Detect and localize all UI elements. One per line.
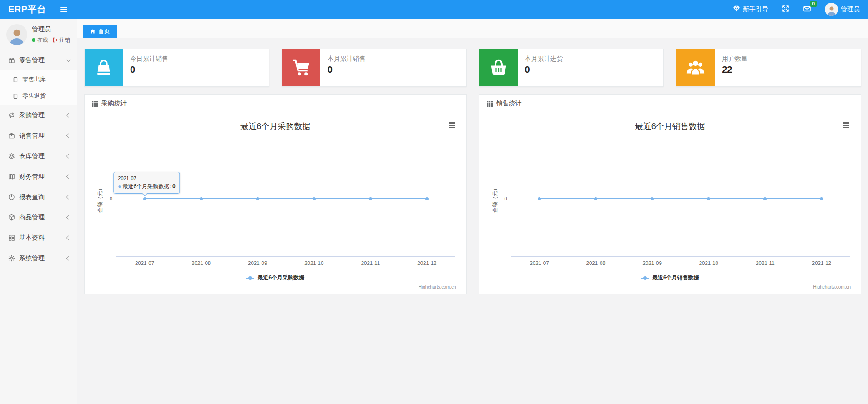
sidebar-item-retail-outbound[interactable]: 零售出库	[0, 71, 77, 88]
expand-icon	[782, 5, 789, 14]
y-axis-tick: 0	[504, 196, 507, 201]
tooltip-series: 最近6个月采购数据	[123, 183, 170, 190]
chevron-left-icon	[66, 236, 71, 240]
journal-icon	[12, 93, 18, 99]
data-point[interactable]	[538, 197, 541, 200]
grid-icon	[8, 234, 15, 241]
legend-item[interactable]: 最近6个月销售数据	[479, 274, 861, 282]
sales-stats-panel: 销售统计 最近6个月销售数据 金额（元） 0 2021-072021-08202…	[479, 94, 862, 294]
shopping-bag-icon	[94, 58, 113, 77]
guide-button[interactable]: 新手引导	[733, 5, 768, 14]
x-axis-label: 2021-11	[342, 260, 399, 266]
purchase-chart: 最近6个月采购数据 金额（元） 0 2021-07 ●最近6个月采购数据:	[85, 113, 466, 294]
legend-item[interactable]: 最近6个月采购数据	[85, 274, 466, 282]
plot-area: 0 2021-07 ●最近6个月采购数据: 0	[116, 141, 455, 257]
chart-menu-button[interactable]	[842, 121, 851, 130]
sidebar-item-purchase[interactable]: 采购管理	[0, 105, 77, 125]
panel-title: 采购统计	[101, 100, 127, 108]
data-point[interactable]	[651, 197, 654, 200]
data-point[interactable]	[763, 197, 767, 200]
online-status: 在线	[37, 36, 48, 44]
plot-area: 0	[511, 141, 850, 257]
data-point[interactable]	[820, 197, 823, 200]
data-point[interactable]	[707, 197, 710, 200]
stat-value: 0	[130, 65, 168, 75]
chart-menu-button[interactable]	[447, 121, 456, 130]
home-icon	[90, 29, 96, 34]
stat-card-month-sales: 本月累计销售 0	[282, 49, 467, 87]
sidebar-item-warehouse[interactable]: 仓库管理	[0, 146, 77, 166]
chart-title: 最近6个月销售数据	[479, 121, 861, 132]
briefcase-icon	[8, 132, 15, 139]
data-point[interactable]	[594, 197, 597, 200]
data-point[interactable]	[425, 197, 429, 200]
gear-icon	[8, 255, 15, 262]
x-axis-label: 2021-08	[173, 260, 229, 266]
data-point[interactable]	[200, 197, 203, 200]
logout-label: 注销	[59, 36, 70, 44]
envelope-icon	[803, 5, 811, 14]
th-grid-icon	[487, 101, 493, 107]
sidebar-item-reports[interactable]: 报表查询	[0, 187, 77, 207]
online-dot-icon	[32, 38, 35, 42]
chevron-left-icon	[66, 134, 71, 138]
layers-icon	[8, 153, 15, 160]
user-menu[interactable]: 管理员	[825, 3, 860, 16]
x-axis-label: 2021-10	[681, 260, 737, 266]
chart-tooltip: 2021-07 ●最近6个月采购数据: 0	[113, 172, 180, 194]
pie-chart-icon	[8, 194, 15, 200]
top-navbar: ERP平台 新手引导 0 管理员	[0, 0, 868, 19]
chevron-left-icon	[66, 175, 71, 179]
app-brand: ERP平台	[8, 3, 46, 15]
chart-credits[interactable]: Highcharts.com.cn	[419, 284, 456, 289]
stat-label: 本月累计进货	[525, 55, 563, 63]
x-axis-label: 2021-07	[116, 260, 173, 266]
sidebar-toggle-button[interactable]	[60, 7, 67, 12]
users-icon	[685, 57, 706, 78]
stat-card-month-purchases: 本月累计进货 0	[479, 49, 664, 87]
data-point[interactable]	[313, 197, 316, 200]
box-icon	[8, 214, 15, 221]
x-axis-label: 2021-07	[511, 260, 568, 266]
sidebar-item-finance[interactable]: 财务管理	[0, 166, 77, 187]
sidebar-item-system[interactable]: 系统管理	[0, 248, 77, 269]
tab-home[interactable]: 首页	[83, 25, 117, 38]
sidebar-item-retail-return[interactable]: 零售退货	[0, 88, 77, 104]
chart-credits[interactable]: Highcharts.com.cn	[813, 284, 851, 289]
sidebar-item-sales[interactable]: 销售管理	[0, 125, 77, 146]
x-axis-label: 2021-11	[737, 260, 793, 266]
chevron-left-icon	[66, 113, 71, 118]
data-points	[511, 141, 850, 256]
logout-button[interactable]: 注销	[52, 36, 70, 44]
ledger-icon	[8, 173, 15, 180]
chart-panels-row: 采购统计 最近6个月采购数据 金额（元） 0 2021-07	[84, 94, 861, 294]
sidebar-item-products[interactable]: 商品管理	[0, 207, 77, 228]
data-point[interactable]	[369, 197, 372, 200]
chevron-left-icon	[66, 154, 71, 159]
data-point[interactable]	[256, 197, 259, 200]
guide-label: 新手引导	[743, 5, 768, 14]
stat-card-today-sales: 今日累计销售 0	[84, 49, 269, 87]
fullscreen-button[interactable]	[782, 5, 789, 14]
sidebar-item-retail[interactable]: 零售管理	[0, 50, 77, 70]
stat-label: 用户数量	[722, 55, 747, 63]
messages-button[interactable]: 0	[803, 5, 811, 14]
purchase-stats-panel: 采购统计 最近6个月采购数据 金额（元） 0 2021-07	[84, 94, 467, 294]
panel-title: 销售统计	[496, 100, 522, 108]
stat-card-user-count: 用户数量 22	[676, 49, 861, 87]
y-axis-tick: 0	[110, 196, 112, 201]
diamond-icon	[733, 5, 740, 14]
stat-value: 0	[328, 65, 366, 75]
tooltip-bullet-icon: ●	[118, 183, 121, 190]
user-name: 管理员	[841, 5, 860, 14]
x-axis-labels: 2021-072021-082021-092021-102021-112021-…	[116, 260, 455, 266]
y-axis-title: 金额（元）	[96, 185, 104, 213]
stat-value: 22	[722, 65, 747, 75]
chevron-left-icon	[66, 256, 71, 261]
sidebar-item-basic-data[interactable]: 基本资料	[0, 228, 77, 248]
x-axis-labels: 2021-072021-082021-092021-102021-112021-…	[511, 260, 850, 266]
data-points	[116, 141, 455, 256]
y-axis-title: 金额（元）	[491, 185, 499, 213]
x-axis-label: 2021-08	[568, 260, 624, 266]
th-grid-icon	[92, 101, 98, 107]
